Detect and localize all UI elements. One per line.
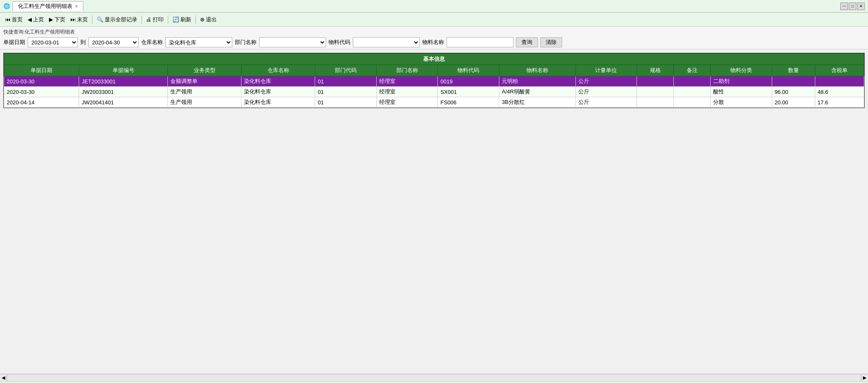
refresh-label: 刷新 xyxy=(180,16,191,23)
cell-11: 分散 xyxy=(711,97,772,108)
exit-icon: ⊗ xyxy=(200,16,205,23)
cell-13 xyxy=(815,76,864,87)
title-tab: 化工料生产领用明细表 × xyxy=(13,1,83,11)
first-page-icon: ⏮ xyxy=(5,16,10,23)
print-label: 打印 xyxy=(153,16,164,23)
material-code-select[interactable] xyxy=(353,37,420,47)
exit-label: 退出 xyxy=(206,16,217,23)
dept-select[interactable] xyxy=(259,37,326,47)
material-name-label: 物料名称 xyxy=(422,39,444,46)
clear-button[interactable]: 清除 xyxy=(540,37,562,47)
window-controls: ─ □ ✕ xyxy=(840,3,865,10)
to-label: 到 xyxy=(80,39,86,46)
cell-4: 01 xyxy=(315,76,377,87)
query-button[interactable]: 查询 xyxy=(516,37,538,47)
table-row[interactable]: 2020-03-30JW20033001生产领用染化料仓库01经理室SX001A… xyxy=(4,87,864,97)
search-bar: 快捷查询:化工料生产领用明细表 单据日期 2020-03-01 到 2020-0… xyxy=(0,27,868,49)
cell-6: 0019 xyxy=(438,76,499,87)
first-page-button[interactable]: ⏮ 首页 xyxy=(3,15,24,24)
tab-close-button[interactable]: × xyxy=(75,3,78,9)
col-unit: 计量单位 xyxy=(575,65,637,76)
cell-2: 生产领用 xyxy=(168,87,241,97)
last-page-label: 末页 xyxy=(77,16,88,23)
cell-9 xyxy=(637,87,674,97)
cell-8: 公斤 xyxy=(575,97,637,108)
cell-0: 2020-04-14 xyxy=(4,97,79,108)
col-material-name: 物料名称 xyxy=(499,65,576,76)
cell-1: JET20033001 xyxy=(79,76,168,87)
table-row[interactable]: 2020-03-30JET20033001金额调整单染化料仓库01经理室0019… xyxy=(4,76,864,87)
col-dept-name: 部门名称 xyxy=(376,65,438,76)
section-header-cell: 基本信息 xyxy=(4,54,864,65)
cell-13: 17.6 xyxy=(815,97,864,108)
print-button[interactable]: 🖨 打印 xyxy=(144,15,165,24)
cell-4: 01 xyxy=(315,97,377,108)
date-to-select[interactable]: 2020-04-30 xyxy=(88,37,139,47)
minimize-button[interactable]: ─ xyxy=(840,3,848,10)
cell-6: FS006 xyxy=(438,97,499,108)
date-label: 单据日期 xyxy=(3,39,25,46)
cell-3: 染化料仓库 xyxy=(241,76,315,87)
toolbar-separator-4 xyxy=(195,16,196,24)
material-name-input[interactable] xyxy=(447,37,514,47)
toolbar-separator-3 xyxy=(168,16,168,24)
refresh-icon: 🔄 xyxy=(172,16,179,23)
print-icon: 🖨 xyxy=(146,16,152,23)
cell-11: 二助剂 xyxy=(711,76,772,87)
status-bar: 耗时: 250 毫秒 共: 3 条记录 xyxy=(0,381,868,383)
search-title: 快捷查询:化工料生产领用明细表 xyxy=(3,28,865,36)
col-tax-price: 含税单 xyxy=(815,65,864,76)
col-qty: 数量 xyxy=(772,65,815,76)
first-page-label: 首页 xyxy=(12,16,23,23)
cell-3: 染化料仓库 xyxy=(241,87,315,97)
section-header-row: 基本信息 xyxy=(4,54,864,65)
show-all-label: 显示全部记录 xyxy=(105,16,137,23)
cell-9 xyxy=(637,76,674,87)
col-biz-type: 业务类型 xyxy=(168,65,241,76)
table-row[interactable]: 2020-04-14JW20041401生产领用染化料仓库01经理室FS0063… xyxy=(4,97,864,108)
material-code-label: 物料代码 xyxy=(329,39,350,46)
refresh-button[interactable]: 🔄 刷新 xyxy=(171,15,193,24)
cell-7: 3B分散红 xyxy=(499,97,576,108)
last-page-icon: ⏭ xyxy=(70,16,76,23)
maximize-button[interactable]: □ xyxy=(849,3,856,10)
cell-4: 01 xyxy=(315,87,377,97)
cell-10 xyxy=(674,76,711,87)
col-bill-no: 单据编号 xyxy=(79,65,168,76)
cell-7: 元明粉 xyxy=(499,76,576,87)
close-button[interactable]: ✕ xyxy=(857,3,865,10)
data-table: 基本信息 单据日期 单据编号 业务类型 仓库名称 部门代码 部门名称 物料代码 … xyxy=(4,53,864,108)
search-row: 单据日期 2020-03-01 到 2020-04-30 仓库名称 染化料仓库 … xyxy=(3,37,865,47)
prev-page-label: 上页 xyxy=(33,16,44,23)
show-all-button[interactable]: 🔍 显示全部记录 xyxy=(95,15,139,24)
cell-3: 染化料仓库 xyxy=(241,97,315,108)
bottom-scrollbar[interactable]: ◀ ▶ xyxy=(0,374,868,381)
dept-label: 部门名称 xyxy=(235,39,257,46)
last-page-button[interactable]: ⏭ 末页 xyxy=(69,15,90,24)
title-bar: 🌐 化工料生产领用明细表 × ─ □ ✕ xyxy=(0,0,868,13)
cell-6: SX001 xyxy=(438,87,499,97)
next-page-button[interactable]: ▶ 下页 xyxy=(47,15,67,24)
data-table-wrapper: 基本信息 单据日期 单据编号 业务类型 仓库名称 部门代码 部门名称 物料代码 … xyxy=(3,53,865,108)
app-icon: 🌐 xyxy=(3,3,10,9)
exit-button[interactable]: ⊗ 退出 xyxy=(198,15,218,24)
col-remark: 备注 xyxy=(674,65,711,76)
scroll-right-arrow[interactable]: ▶ xyxy=(861,375,868,380)
col-material-code: 物料代码 xyxy=(438,65,499,76)
table-body: 2020-03-30JET20033001金额调整单染化料仓库01经理室0019… xyxy=(4,76,864,108)
warehouse-select[interactable]: 染化料仓库 xyxy=(165,37,232,47)
main-content: 基本信息 单据日期 单据编号 业务类型 仓库名称 部门代码 部门名称 物料代码 … xyxy=(0,49,868,374)
cell-10 xyxy=(674,87,711,97)
date-from-select[interactable]: 2020-03-01 xyxy=(28,37,78,47)
cell-5: 经理室 xyxy=(376,87,438,97)
col-warehouse: 仓库名称 xyxy=(241,65,315,76)
cell-9 xyxy=(637,97,674,108)
cell-11: 酸性 xyxy=(711,87,772,97)
toolbar: ⏮ 首页 ◀ 上页 ▶ 下页 ⏭ 末页 🔍 显示全部记录 🖨 打印 🔄 刷新 ⊗… xyxy=(0,13,868,27)
col-dept-code: 部门代码 xyxy=(315,65,377,76)
scroll-left-arrow[interactable]: ◀ xyxy=(0,375,7,380)
scroll-track[interactable] xyxy=(7,375,861,381)
prev-page-icon: ◀ xyxy=(28,16,32,23)
prev-page-button[interactable]: ◀ 上页 xyxy=(26,15,46,24)
cell-12: 96.00 xyxy=(772,87,815,97)
